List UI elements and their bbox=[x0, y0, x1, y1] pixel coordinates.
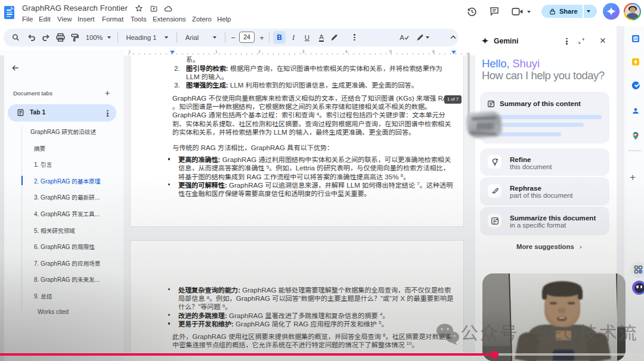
svg-text:31: 31 bbox=[634, 37, 637, 41]
